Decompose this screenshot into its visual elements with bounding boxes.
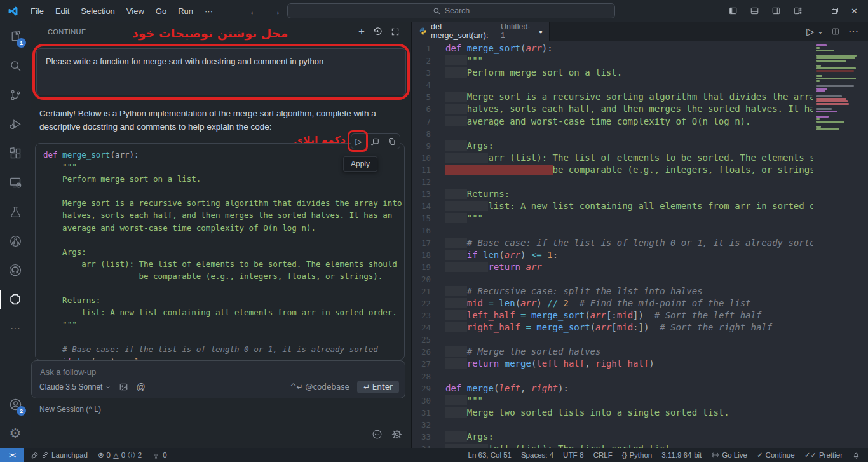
source-control-icon[interactable]: [0, 80, 31, 109]
nav-forward-button[interactable]: →: [271, 6, 281, 17]
continue-extension-icon[interactable]: [0, 285, 31, 314]
prettier-status-item[interactable]: ✓✓Prettier: [804, 451, 843, 459]
panel-settings-icon[interactable]: [391, 429, 402, 440]
minimap-line: [816, 90, 825, 92]
line-number: 9: [412, 140, 445, 152]
code-line: 7 average and worst-case time complexity…: [412, 116, 813, 128]
run-python-button[interactable]: ▷: [806, 25, 814, 37]
go-live-item[interactable]: Go Live: [711, 451, 747, 459]
model-selector[interactable]: Claude 3.5 Sonnet: [39, 383, 111, 391]
enter-button[interactable]: ↵ Enter: [357, 381, 399, 393]
explorer-icon[interactable]: 1: [0, 22, 31, 51]
followup-input[interactable]: Ask a follow-up Claude 3.5 Sonnet @ ^↵ @…: [31, 360, 405, 398]
warning-icon: △: [113, 451, 119, 459]
apply-tooltip: Apply: [343, 156, 377, 172]
close-button[interactable]: ✕: [851, 6, 858, 16]
line-number: 19: [412, 261, 445, 273]
menu-item-selection[interactable]: Selection: [75, 4, 120, 18]
error-icon: ⊗: [98, 451, 104, 459]
attach-image-icon[interactable]: [119, 383, 128, 391]
indentation[interactable]: Spaces: 4: [521, 451, 553, 459]
apply-code-button[interactable]: ▷: [356, 137, 362, 146]
more-views-icon[interactable]: ···: [0, 314, 31, 343]
code-line: 2 """: [412, 55, 813, 67]
menu-item-run[interactable]: Run: [172, 4, 199, 18]
settings-gear-icon[interactable]: ⚙: [0, 419, 31, 448]
remote-indicator[interactable]: ><: [0, 448, 24, 462]
menu-item-view[interactable]: View: [121, 4, 150, 18]
code-line: 22 mid = len(arr) // 2 # Find the mid-po…: [412, 297, 813, 309]
run-debug-icon[interactable]: [0, 109, 31, 139]
copy-code-icon[interactable]: [388, 137, 396, 146]
testing-icon[interactable]: [0, 197, 31, 226]
line-number: 7: [412, 116, 445, 128]
nav-back-button[interactable]: ←: [249, 6, 259, 17]
code-editor[interactable]: 1def merge_sort(arr):2 """3 Perform merg…: [412, 41, 813, 448]
user-prompt-input[interactable]: Please write a function for merge sort w…: [36, 48, 406, 95]
code-line: Returns:: [43, 296, 404, 308]
status-bar: >< Launchpad ⊗0 △0 ⓘ2 0 Ln 63, Col 51 Sp…: [0, 448, 868, 462]
line-number: 33: [412, 431, 445, 443]
new-session-link[interactable]: New Session (^ L): [39, 405, 101, 414]
problems-item[interactable]: ⊗0 △0 ⓘ2: [98, 451, 142, 460]
run-dropdown-icon[interactable]: ⌄: [818, 28, 823, 35]
encoding[interactable]: UTF-8: [563, 451, 584, 459]
ports-item[interactable]: 0: [152, 451, 166, 459]
python-icon: [419, 27, 427, 36]
minimap-line: [816, 85, 854, 87]
fullscreen-icon[interactable]: [391, 27, 400, 36]
line-number: 12: [412, 176, 445, 188]
git-graph-icon[interactable]: [0, 226, 31, 255]
insert-at-cursor-icon[interactable]: [370, 137, 379, 146]
language-mode[interactable]: {}Python: [622, 451, 653, 459]
tab-untitled-1[interactable]: def merge_sort(arr): Untitled-1 ●: [412, 22, 550, 41]
editor-more-actions[interactable]: ···: [848, 25, 858, 37]
link-icon: [41, 451, 49, 459]
customize-layout-icon[interactable]: [793, 6, 803, 15]
split-editor-icon[interactable]: [831, 27, 840, 36]
restore-button[interactable]: [831, 7, 839, 15]
accounts-icon[interactable]: 2: [0, 390, 31, 419]
new-session-icon[interactable]: +: [358, 27, 365, 36]
extensions-icon[interactable]: [0, 139, 31, 168]
explorer-badge: 1: [17, 38, 26, 48]
continue-status-item[interactable]: ✓Continue: [757, 451, 795, 459]
minimap-line: [816, 60, 846, 62]
line-number: 32: [412, 419, 445, 431]
feedback-icon[interactable]: [372, 429, 383, 440]
code-line: Merge sort is a recursive sorting algori…: [43, 198, 404, 210]
remote-explorer-icon[interactable]: [0, 168, 31, 197]
launchpad-item[interactable]: Launchpad: [31, 451, 88, 459]
info-icon: ⓘ: [128, 451, 135, 460]
code-line: 5 Merge sort is a recursive sorting algo…: [412, 91, 813, 103]
search-placeholder: Search: [445, 6, 470, 15]
minimap-line: [816, 118, 820, 120]
toggle-secondary-sidebar-icon[interactable]: [771, 6, 781, 15]
notifications-bell-icon[interactable]: [852, 451, 860, 459]
minimap[interactable]: [816, 44, 865, 448]
command-center-search[interactable]: Search: [287, 3, 615, 18]
menu-item-edit[interactable]: Edit: [50, 4, 75, 18]
minimap-line: [816, 121, 844, 123]
code-line: 1def merge_sort(arr):: [412, 43, 813, 55]
toggle-sidebar-icon[interactable]: [728, 6, 738, 15]
line-number: 5: [412, 91, 445, 103]
minimize-button[interactable]: −: [815, 6, 820, 16]
menu-item-[interactable]: ···: [199, 4, 219, 18]
search-view-icon[interactable]: [0, 51, 31, 80]
minimap-line: [816, 126, 821, 128]
codebase-shortcut: ^↵ @codebase: [290, 383, 349, 391]
mention-icon[interactable]: @: [136, 382, 145, 392]
code-line: 17 # Base case: if the list is of length…: [412, 237, 813, 249]
github-icon[interactable]: [0, 255, 31, 285]
line-number: 28: [412, 370, 445, 383]
eol-sequence[interactable]: CRLF: [593, 451, 613, 459]
cursor-position[interactable]: Ln 63, Col 51: [468, 451, 512, 459]
toggle-panel-icon[interactable]: [750, 6, 759, 15]
code-line: arr (list): The list of elements to be s…: [43, 259, 404, 271]
code-line: be comparable (e.g., integers, floats, o…: [43, 271, 404, 283]
menu-item-go[interactable]: Go: [150, 4, 172, 18]
history-icon[interactable]: [373, 27, 383, 36]
python-interpreter[interactable]: 3.11.9 64-bit: [661, 451, 702, 459]
menu-item-file[interactable]: File: [25, 4, 50, 18]
